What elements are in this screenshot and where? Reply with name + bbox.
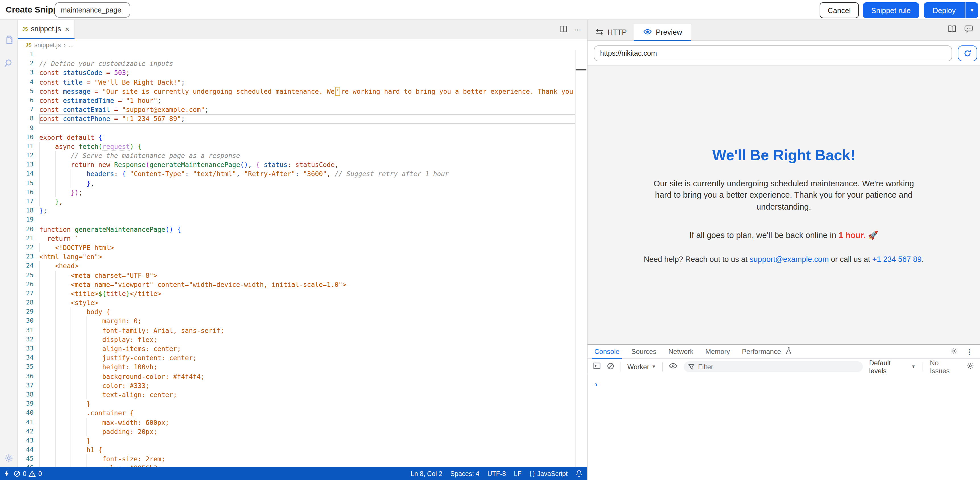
remote-indicator-icon[interactable] xyxy=(3,470,10,477)
devtools-settings-gear-icon[interactable] xyxy=(950,347,958,356)
code-line[interactable]: 1 xyxy=(18,50,587,59)
code-line[interactable]: 38text-align: center; xyxy=(18,390,587,399)
code-line[interactable]: 32display: flex; xyxy=(18,335,587,344)
live-expression-eye-icon[interactable] xyxy=(669,363,678,371)
line-number: 17 xyxy=(18,197,33,206)
line-number: 2 xyxy=(18,59,33,68)
code-line[interactable]: 16}); xyxy=(18,188,587,197)
code-line[interactable]: 27<title>${title}</title> xyxy=(18,289,587,298)
code-line[interactable]: 37color: #333; xyxy=(18,381,587,390)
code-line[interactable]: 23<html lang="en"> xyxy=(18,252,587,261)
tab-preview[interactable]: Preview xyxy=(643,24,682,40)
code-line[interactable]: 7const contactEmail = "support@example.c… xyxy=(18,105,587,114)
devtools-tab-performance[interactable]: Performance xyxy=(742,345,781,359)
code-line[interactable]: 33align-items: center; xyxy=(18,344,587,353)
code-line[interactable]: 14headers: { "Content-Type": "text/html"… xyxy=(18,170,587,179)
split-editor-icon[interactable] xyxy=(560,24,567,35)
console-sidebar-icon[interactable] xyxy=(593,363,601,371)
refresh-button[interactable] xyxy=(958,46,977,61)
devtools-tab-sources[interactable]: Sources xyxy=(632,345,656,359)
tab-http[interactable]: HTTP xyxy=(595,24,627,40)
line-number: 22 xyxy=(18,243,33,252)
errors-warnings[interactable]: 0 0 xyxy=(14,470,42,477)
files-icon[interactable] xyxy=(3,35,14,46)
devtools-tab-network[interactable]: Network xyxy=(668,345,693,359)
code-line[interactable]: 5const message = "Our site is currently … xyxy=(18,87,587,96)
code-line[interactable]: 42padding: 20px; xyxy=(18,427,587,436)
log-levels-dropdown[interactable]: Default levels▼ xyxy=(869,359,916,375)
cancel-button[interactable]: Cancel xyxy=(819,2,859,18)
indentation[interactable]: Spaces: 4 xyxy=(450,470,479,477)
phone-link[interactable]: +1 234 567 89 xyxy=(872,255,921,264)
devtools-tab-console[interactable]: Console xyxy=(594,345,619,359)
code-line[interactable]: 43} xyxy=(18,436,587,445)
code-line[interactable]: 35height: 100vh; xyxy=(18,363,587,372)
code-line[interactable]: 28<style> xyxy=(18,298,587,307)
tab-snippet-js[interactable]: JS snippet.js × xyxy=(18,20,75,38)
code-line[interactable]: 39} xyxy=(18,399,587,409)
code-line[interactable]: 2// Define your customizable inputs xyxy=(18,59,587,68)
code-line[interactable]: 17}, xyxy=(18,197,587,206)
code-line[interactable]: 8const contactPhone = "+1 234 567 89"; xyxy=(18,114,587,124)
snippet-rule-button[interactable]: Snippet rule xyxy=(863,2,919,18)
code-line[interactable]: 19 xyxy=(18,215,587,225)
code-line[interactable]: 30margin: 0; xyxy=(18,317,587,326)
code-line[interactable]: 41max-width: 600px; xyxy=(18,418,587,427)
code-line[interactable]: 34justify-content: center; xyxy=(18,353,587,363)
devtools-tab-memory[interactable]: Memory xyxy=(705,345,730,359)
tab-close-icon[interactable]: × xyxy=(65,25,69,33)
breadcrumb[interactable]: JS snippet.js › ... xyxy=(18,39,587,50)
clear-console-icon[interactable] xyxy=(607,362,614,371)
deploy-dropdown-button[interactable]: ▼ xyxy=(965,2,978,18)
line-number: 7 xyxy=(18,105,33,114)
code-line[interactable]: 40.container { xyxy=(18,409,587,418)
code-line[interactable]: 10export default { xyxy=(18,133,587,142)
code-line[interactable]: 45font-size: 2rem; xyxy=(18,455,587,464)
code-line[interactable]: 20function generateMaintenancePage() { xyxy=(18,225,587,234)
code-line[interactable]: 29body { xyxy=(18,307,587,317)
code-line[interactable]: 21 return ` xyxy=(18,234,587,243)
cursor-position[interactable]: Ln 8, Col 2 xyxy=(410,470,442,477)
editor-scrollbar[interactable] xyxy=(575,50,587,467)
preview-url-input[interactable] xyxy=(594,46,952,61)
docs-book-icon[interactable] xyxy=(948,25,957,35)
support-email-link[interactable]: support@example.com xyxy=(749,255,829,264)
code-line[interactable]: 24<head> xyxy=(18,261,587,271)
notifications-bell-icon[interactable] xyxy=(576,470,582,477)
code-line[interactable]: 18}; xyxy=(18,206,587,215)
code-line[interactable]: 26<meta name="viewport" content="width=d… xyxy=(18,280,587,289)
code-line[interactable]: 15}, xyxy=(18,179,587,188)
code-line[interactable]: 22<!DOCTYPE html> xyxy=(18,243,587,252)
devtools-tabbar: ConsoleSourcesNetworkMemoryPerformance ⋮ xyxy=(587,345,980,359)
language-mode[interactable]: { } JavaScript xyxy=(530,470,568,477)
code-line[interactable]: 11async fetch(request) { xyxy=(18,142,587,151)
settings-gear-icon[interactable] xyxy=(3,453,14,464)
line-number: 12 xyxy=(18,151,33,160)
eol-sequence[interactable]: LF xyxy=(514,470,522,477)
code-lines[interactable]: 12// Define your customizable inputs3con… xyxy=(18,50,587,467)
encoding[interactable]: UTF-8 xyxy=(487,470,506,477)
console-prompt[interactable]: › xyxy=(595,380,598,388)
discord-chat-icon[interactable] xyxy=(964,25,973,35)
code-line[interactable]: 31font-family: Arial, sans-serif; xyxy=(18,326,587,335)
code-line[interactable]: 3const statusCode = 503; xyxy=(18,68,587,78)
code-line[interactable]: 4const title = "We'll Be Right Back!"; xyxy=(18,78,587,87)
console-settings-gear-icon[interactable] xyxy=(966,362,974,372)
editor-more-actions-icon[interactable]: ⋯ xyxy=(574,25,581,34)
code-line[interactable]: 12// Serve the maintenance page as a res… xyxy=(18,151,587,160)
issues-counter[interactable]: No Issues xyxy=(930,359,959,375)
context-selector[interactable]: Worker▼ xyxy=(627,363,656,371)
console-filter-input[interactable]: Filter xyxy=(684,361,863,372)
code-line[interactable]: 36background-color: #f4f4f4; xyxy=(18,372,587,381)
code-line[interactable]: 6const estimatedTime = "1 hour"; xyxy=(18,96,587,105)
deploy-button[interactable]: Deploy xyxy=(924,2,965,18)
status-bar: 0 0 Ln 8, Col 2 Spaces: 4 UTF-8 LF { } J… xyxy=(0,467,587,480)
code-line[interactable]: 46color: #0056b3; xyxy=(18,464,587,467)
code-line[interactable]: 13return new Response(generateMaintenanc… xyxy=(18,160,587,170)
code-line[interactable]: 44h1 { xyxy=(18,445,587,455)
snippet-name-input[interactable] xyxy=(55,2,130,17)
code-line[interactable]: 9 xyxy=(18,124,587,133)
search-icon[interactable] xyxy=(3,58,14,69)
devtools-kebab-menu-icon[interactable]: ⋮ xyxy=(966,347,973,356)
code-line[interactable]: 25<meta charset="UTF-8"> xyxy=(18,271,587,280)
